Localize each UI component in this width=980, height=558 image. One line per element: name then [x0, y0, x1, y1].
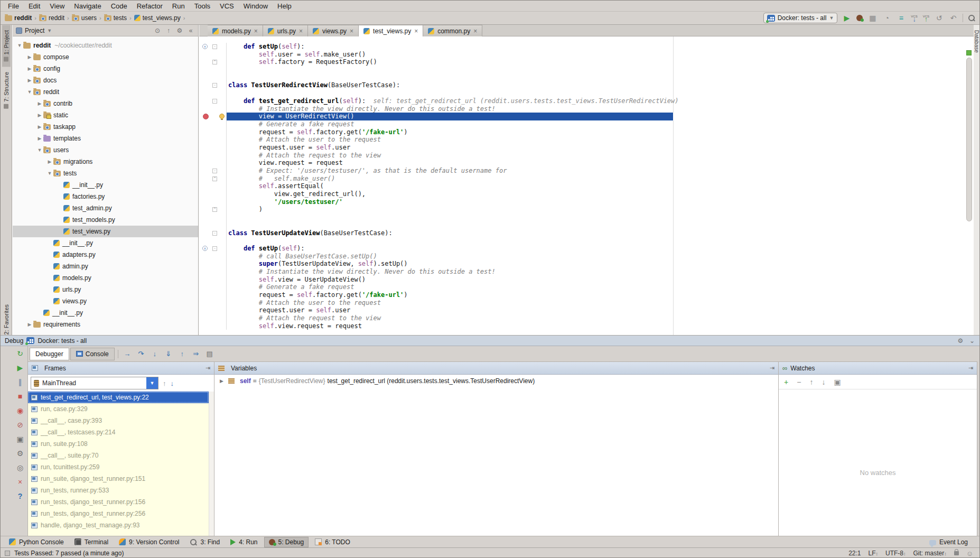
- editor-gutter[interactable]: -: [199, 167, 227, 175]
- code-text[interactable]: def test_get_redirect_url(self): self: t…: [227, 97, 974, 105]
- code-editor[interactable]: ↑- def setUp(self): self.user = self.mak…: [199, 36, 974, 335]
- panel-options-icon[interactable]: ⇥: [206, 365, 210, 371]
- code-text[interactable]: # Instantiate the view directly. Never d…: [227, 268, 974, 276]
- tree-item-adapters-py[interactable]: adapters.py: [13, 249, 198, 261]
- fold-end-icon[interactable]: ^: [212, 207, 217, 212]
- tab-common-py[interactable]: common.py×: [423, 25, 482, 36]
- code-text[interactable]: [227, 213, 974, 221]
- editor-gutter[interactable]: [199, 276, 227, 284]
- menu-help[interactable]: Help: [273, 2, 296, 11]
- tree-item-docs[interactable]: ▶docs: [13, 75, 198, 86]
- toolwindow-button-vcs[interactable]: 9: Version Control: [115, 537, 183, 547]
- caret-position[interactable]: 22:1: [848, 550, 861, 557]
- fold-collapse-icon[interactable]: -: [212, 246, 217, 251]
- overriding-method-icon[interactable]: ↑: [202, 246, 208, 251]
- code-text[interactable]: # self.make_user(): [227, 175, 974, 183]
- frame-row[interactable]: run_tests, runner.py:533: [28, 485, 209, 496]
- pause-icon[interactable]: ∥: [13, 375, 27, 389]
- code-text[interactable]: [227, 74, 974, 82]
- code-text[interactable]: # call BaseUserTestCase.setUp(): [227, 253, 974, 261]
- toolwindow-button-run[interactable]: 4: Run: [226, 537, 262, 547]
- close-icon[interactable]: ×: [350, 28, 353, 34]
- thread-dropdown-button[interactable]: ▼: [146, 377, 158, 389]
- copy-icon[interactable]: ▣: [834, 378, 841, 386]
- tree-item-test_views-py[interactable]: test_views.py: [13, 226, 198, 237]
- chevron-right-icon[interactable]: ▶: [36, 124, 43, 129]
- menu-vcs[interactable]: VCS: [216, 2, 238, 11]
- code-text[interactable]: # Generate a fake request: [227, 283, 974, 291]
- chevron-right-icon[interactable]: ▶: [26, 322, 33, 327]
- chevron-right-icon[interactable]: ▶: [36, 113, 43, 118]
- vcs-update-icon[interactable]: VCS↓: [911, 15, 917, 21]
- tree-item-admin-py[interactable]: admin.py: [13, 261, 198, 272]
- move-down-icon[interactable]: ↓: [822, 378, 825, 386]
- view-breakpoints-icon[interactable]: ◉: [13, 403, 27, 417]
- search-everywhere-icon[interactable]: [968, 14, 975, 22]
- editor-gutter[interactable]: -: [199, 97, 227, 105]
- step-into-icon[interactable]: ↓: [149, 350, 161, 358]
- frame-row[interactable]: run_suite, django_test_runner.py:151: [28, 473, 209, 485]
- code-text[interactable]: self.factory = RequestFactory(): [227, 58, 974, 66]
- mute-breakpoints-icon[interactable]: ⊘: [13, 417, 27, 432]
- menu-code[interactable]: Code: [107, 2, 132, 11]
- menu-file[interactable]: File: [4, 2, 23, 11]
- menu-window[interactable]: Window: [239, 2, 272, 11]
- tree-item-requirements[interactable]: ▶requirements: [13, 319, 198, 330]
- show-execution-point-icon[interactable]: →: [122, 350, 133, 358]
- code-text[interactable]: # Attach the user to the request: [227, 136, 974, 144]
- editor-gutter[interactable]: [199, 89, 227, 97]
- fold-collapse-icon[interactable]: -: [212, 83, 217, 88]
- toolwindow-button-eventlog[interactable]: Event Log: [925, 537, 972, 547]
- step-out-icon[interactable]: ↑: [176, 350, 188, 358]
- code-text[interactable]: request = self.factory.get('/fake-url'): [227, 128, 974, 136]
- close-icon[interactable]: ×: [254, 28, 258, 34]
- tree-item-migrations[interactable]: ▶migrations: [13, 156, 198, 168]
- code-text[interactable]: [227, 221, 974, 229]
- settings-icon[interactable]: ⚙: [13, 446, 27, 460]
- editor-gutter[interactable]: [199, 120, 227, 128]
- frame-up-icon[interactable]: ↑: [163, 379, 166, 387]
- breadcrumb-item[interactable]: reddit: [39, 14, 64, 22]
- editor-gutter[interactable]: [199, 253, 227, 261]
- frame-row[interactable]: run_tests, django_test_runner.py:256: [28, 508, 209, 519]
- frame-row[interactable]: test_get_redirect_url, test_views.py:22: [28, 392, 209, 403]
- breadcrumb-item[interactable]: reddit: [5, 14, 32, 22]
- tab-console[interactable]: Console: [70, 348, 115, 360]
- tab-debugger[interactable]: Debugger: [30, 348, 69, 360]
- profiler-icon[interactable]: ◔: [882, 14, 891, 22]
- editor-gutter[interactable]: [199, 322, 227, 330]
- run-to-cursor-icon[interactable]: ⇒: [190, 350, 202, 358]
- editor-gutter[interactable]: [199, 306, 227, 314]
- history-icon[interactable]: ↺: [935, 14, 944, 22]
- breakpoint-icon[interactable]: [203, 114, 209, 119]
- code-text[interactable]: self.view = UserUpdateView(): [227, 276, 974, 284]
- frame-row[interactable]: run, tcunittest.py:259: [28, 461, 209, 473]
- fold-collapse-icon[interactable]: -: [212, 231, 217, 236]
- intention-bulb-icon[interactable]: [219, 114, 225, 119]
- fold-collapse-icon[interactable]: -: [212, 44, 217, 49]
- tree-item-test_models-py[interactable]: test_models.py: [13, 214, 198, 226]
- code-text[interactable]: # Attach the request to the view: [227, 152, 974, 160]
- hide-panel-icon[interactable]: ⌄: [968, 337, 976, 345]
- frame-row[interactable]: __call__, suite.py:70: [28, 450, 209, 461]
- toolwindow-button-terminal[interactable]: Terminal: [70, 537, 113, 547]
- breadcrumb-item[interactable]: tests: [104, 14, 127, 22]
- tree-item-users[interactable]: ▼users: [13, 144, 198, 156]
- toolwindow-button-python[interactable]: Python Console: [5, 537, 68, 547]
- editor-gutter[interactable]: [199, 74, 227, 82]
- tree-item-urls-py[interactable]: urls.py: [13, 284, 198, 295]
- chevron-down-icon[interactable]: ▼: [46, 171, 53, 176]
- editor-gutter[interactable]: -: [199, 81, 227, 89]
- tree-item-tests[interactable]: ▼tests: [13, 168, 198, 179]
- code-text[interactable]: request = self.factory.get('/fake-url'): [227, 291, 974, 299]
- chevron-right-icon[interactable]: ▶: [26, 78, 33, 83]
- close-icon[interactable]: ×: [13, 475, 27, 489]
- stripe-2-favorites[interactable]: 2: Favorites: [2, 299, 11, 340]
- code-text[interactable]: [227, 66, 974, 74]
- editor-gutter[interactable]: [199, 159, 227, 167]
- tree-item-__init__-py[interactable]: __init__.py: [13, 179, 198, 191]
- tree-item-test_admin-py[interactable]: test_admin.py: [13, 202, 198, 214]
- vcs-commit-icon[interactable]: VCS↑: [923, 15, 929, 21]
- evaluate-expression-icon[interactable]: ▤: [204, 350, 216, 358]
- expand-icon[interactable]: ▶: [220, 378, 226, 384]
